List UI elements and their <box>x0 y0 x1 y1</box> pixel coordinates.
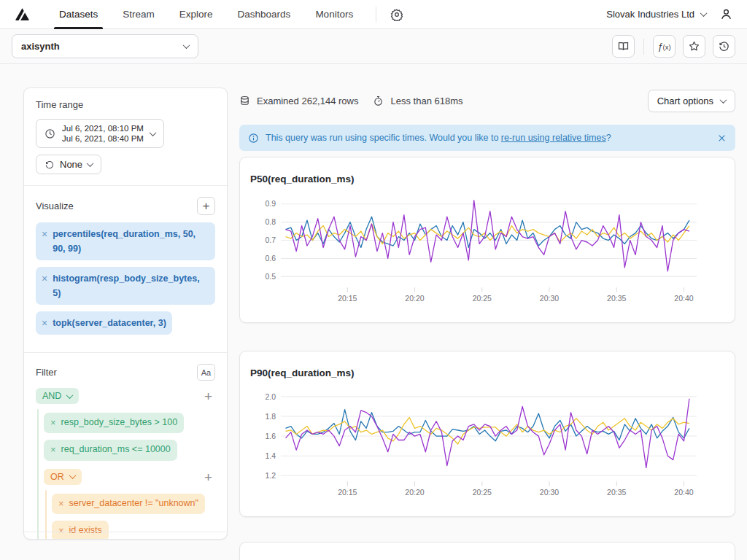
relative-times-banner: This query was run using specific times.… <box>239 125 735 151</box>
chart-card-p50: P50(req_duration_ms) 0.50.60.70.80.920:1… <box>239 157 735 323</box>
database-icon <box>239 96 250 106</box>
filter-condition[interactable]: × req_duration_ms <= 10000 <box>44 440 177 460</box>
star-save-button[interactable] <box>683 35 705 58</box>
svg-text:20:40: 20:40 <box>674 488 693 497</box>
compare-value: None <box>60 159 82 170</box>
nav-item-dashboards[interactable]: Dashboards <box>225 0 303 29</box>
query-builder-panel: Time range Jul 6, 2021, 08:10 PM Jul 6, … <box>23 88 228 540</box>
dataset-name: axisynth <box>21 41 60 52</box>
toolbar-actions: ƒ(x) <box>612 35 735 58</box>
add-visualization-button[interactable]: + <box>197 197 215 215</box>
rows-examined-stat: Examined 262,144 rows <box>239 96 358 106</box>
filter-condition-label: server_datacenter != "unknown" <box>69 497 198 510</box>
dismiss-banner-icon[interactable] <box>717 133 727 143</box>
org-switcher[interactable]: Slovak Industries Ltd <box>606 9 706 20</box>
visualization-chip[interactable]: × histogram(resp_body_size_bytes, 5) <box>36 267 215 305</box>
org-name: Slovak Industries Ltd <box>606 9 694 20</box>
remove-icon[interactable]: × <box>50 416 56 430</box>
top-nav: Datasets Stream Explore Dashboards Monit… <box>0 0 747 29</box>
apl-query-fx-button[interactable]: ƒ(x) <box>653 35 676 58</box>
visualization-chip[interactable]: × topk(server_datacenter, 3) <box>36 311 172 335</box>
svg-text:20:35: 20:35 <box>607 488 626 497</box>
svg-text:20:20: 20:20 <box>405 294 424 303</box>
query-duration-stat: Less than 618ms <box>373 96 462 106</box>
chevron-down-icon <box>149 129 156 136</box>
nav-item-stream[interactable]: Stream <box>110 0 167 29</box>
nav-item-datasets[interactable]: Datasets <box>47 0 110 29</box>
history-button[interactable] <box>713 35 735 58</box>
svg-text:0.8: 0.8 <box>265 217 276 226</box>
svg-text:1.8: 1.8 <box>265 412 276 421</box>
chart-canvas-p90[interactable]: 1.21.41.61.82.020:1520:2020:2520:3020:35… <box>249 383 726 501</box>
svg-text:20:40: 20:40 <box>674 294 693 303</box>
stopwatch-icon <box>373 96 384 106</box>
chevron-down-icon <box>183 42 190 49</box>
svg-text:0.6: 0.6 <box>265 254 276 262</box>
time-range-label: Time range <box>36 99 215 110</box>
remove-icon[interactable]: × <box>58 524 64 538</box>
results-column: Examined 262,144 rows Less than 618ms Ch… <box>239 88 735 560</box>
visualize-label: Visualize <box>36 201 74 211</box>
filter-operator-or[interactable]: OR <box>44 469 82 485</box>
chart-title: P90(req_duration_ms) <box>250 368 726 378</box>
svg-text:20:20: 20:20 <box>405 488 424 497</box>
visualization-chip[interactable]: × percentiles(req_duration_ms, 50, 90, 9… <box>36 222 215 260</box>
remove-icon[interactable]: × <box>58 497 64 511</box>
toolbar-divider <box>643 39 644 55</box>
filter-condition[interactable]: × resp_body_size_bytes > 100 <box>44 413 184 433</box>
dataset-selector[interactable]: axisynth <box>12 34 198 58</box>
svg-text:0.7: 0.7 <box>265 236 276 244</box>
history-icon <box>44 160 55 170</box>
remove-icon[interactable]: × <box>42 271 47 286</box>
add-filter-button[interactable]: + <box>201 388 215 405</box>
app-logo-icon[interactable] <box>13 6 31 23</box>
svg-text:0.5: 0.5 <box>265 272 276 281</box>
case-sensitivity-toggle[interactable]: Aa <box>197 364 215 381</box>
filter-condition[interactable]: × id exists <box>52 521 109 540</box>
visualization-chip-label: histogram(resp_body_size_bytes, 5) <box>53 271 209 300</box>
svg-text:0.9: 0.9 <box>265 199 276 208</box>
chart-card-p90: P90(req_duration_ms) 1.21.41.61.82.020:1… <box>239 351 735 517</box>
filter-condition-label: req_duration_ms <= 10000 <box>61 443 171 456</box>
nav-item-monitors[interactable]: Monitors <box>303 0 365 29</box>
nav-right: Slovak Industries Ltd <box>606 5 735 24</box>
primary-nav: Datasets Stream Explore Dashboards Monit… <box>47 0 365 29</box>
chart-options-button[interactable]: Chart options <box>648 90 735 112</box>
time-range-selector[interactable]: Jul 6, 2021, 08:10 PM Jul 6, 2021, 08:40… <box>36 119 164 148</box>
svg-text:20:15: 20:15 <box>338 488 357 497</box>
compare-against-selector[interactable]: None <box>36 155 101 174</box>
filter-label: Filter <box>36 367 57 378</box>
svg-text:2.0: 2.0 <box>265 392 276 401</box>
svg-text:20:25: 20:25 <box>473 488 492 497</box>
svg-text:20:35: 20:35 <box>607 294 626 303</box>
visualization-chip-label: percentiles(req_duration_ms, 50, 90, 99) <box>53 227 209 256</box>
svg-text:20:30: 20:30 <box>540 294 559 303</box>
filter-condition-label: id exists <box>69 524 102 537</box>
svg-text:20:25: 20:25 <box>473 294 492 303</box>
dataset-toolbar: axisynth ƒ(x) <box>0 29 747 64</box>
panel-bottom-divider <box>24 532 227 532</box>
filter-operator-and[interactable]: AND <box>36 388 79 404</box>
rerun-relative-times-link[interactable]: re-run using relative times <box>501 133 606 143</box>
svg-text:20:30: 20:30 <box>540 488 559 497</box>
filter-condition[interactable]: × server_datacenter != "unknown" <box>52 494 205 514</box>
chevron-down-icon <box>720 96 727 104</box>
chart-canvas-p50[interactable]: 0.50.60.70.80.920:1520:2020:2520:3020:35… <box>249 189 726 307</box>
svg-text:1.2: 1.2 <box>265 471 276 480</box>
svg-text:1.6: 1.6 <box>265 432 276 440</box>
section-divider <box>24 185 227 186</box>
clock-icon <box>44 128 55 139</box>
query-stats-row: Examined 262,144 rows Less than 618ms Ch… <box>239 89 735 112</box>
visualization-chip-label: topk(server_datacenter, 3) <box>53 316 166 330</box>
filter-condition-label: resp_body_size_bytes > 100 <box>61 416 178 429</box>
remove-icon[interactable]: × <box>50 443 56 457</box>
settings-gear-icon[interactable] <box>387 4 407 25</box>
add-filter-button[interactable]: + <box>201 469 215 486</box>
docs-book-button[interactable] <box>612 35 635 58</box>
info-icon <box>248 133 259 144</box>
remove-icon[interactable]: × <box>42 227 47 241</box>
remove-icon[interactable]: × <box>42 316 47 330</box>
nav-item-explore[interactable]: Explore <box>167 0 225 29</box>
fx-icon: ƒ(x) <box>657 41 670 52</box>
user-avatar-icon[interactable] <box>716 5 735 24</box>
